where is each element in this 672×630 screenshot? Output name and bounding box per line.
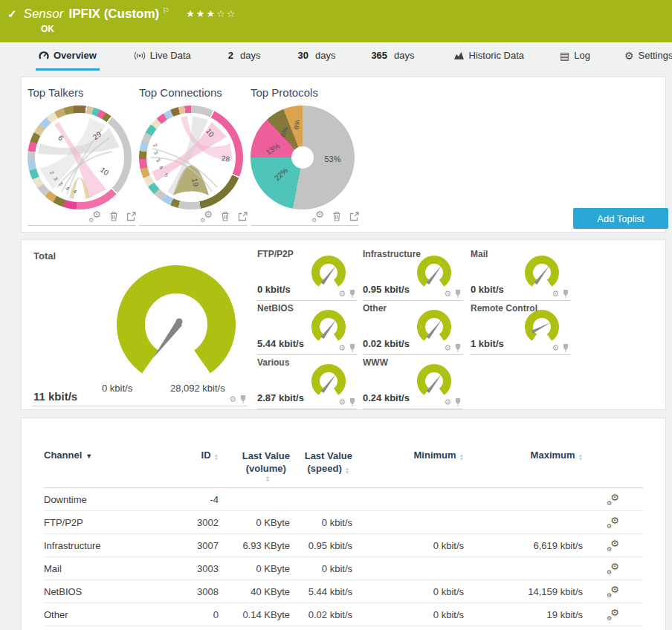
gauge-label: FTP/P2P	[257, 249, 294, 259]
cell-channel: Downtime	[44, 494, 174, 505]
tab-overview[interactable]: Overview	[36, 42, 100, 71]
cell-channel: Mail	[44, 563, 174, 574]
channel-settings-icon[interactable]: ⚙⚙	[607, 539, 619, 551]
gauge-pin-icon[interactable]	[563, 344, 569, 352]
open-toplist-icon[interactable]	[349, 212, 359, 221]
cell-channel: FTP/P2P	[44, 517, 174, 528]
gauge-value: 0 kbit/s	[471, 284, 504, 295]
total-gauge-block: Total 0 kbit/s 28,092 kbit/s 11 kbit/s ⚙	[32, 246, 248, 406]
cell-speed: 0.95 kbit/s	[290, 540, 352, 551]
channel-settings-icon[interactable]: ⚙⚙	[607, 493, 619, 505]
total-gauge	[109, 256, 243, 389]
tab-settings[interactable]: ⚙ Settings	[621, 42, 672, 71]
gauge-pin-icon[interactable]	[455, 290, 461, 298]
cell-id: 3003	[174, 563, 219, 574]
channel-gauge	[306, 305, 351, 345]
gauge-gear-icon[interactable]: ⚙	[338, 343, 346, 353]
delete-toplist-icon[interactable]	[221, 211, 230, 221]
open-toplist-icon[interactable]	[126, 212, 136, 221]
channel-settings-icon[interactable]: ⚙⚙	[607, 608, 619, 620]
table-row-netbios: NetBIOS 3008 40 KByte 5.44 kbit/s 0 kbit…	[44, 580, 643, 603]
gauge-pin-icon[interactable]	[349, 344, 355, 352]
gauge-gear-icon[interactable]: ⚙	[338, 397, 346, 407]
sort-icon[interactable]: ▲▼	[265, 475, 270, 482]
channel-settings-icon[interactable]: ⚙⚙	[607, 585, 619, 597]
gauge-pin-icon[interactable]	[349, 398, 355, 406]
column-header-id[interactable]: ID▲▼	[174, 449, 219, 487]
gauge-cell-ftp-p2p: FTP/P2P 0 kbit/s ⚙	[257, 249, 357, 301]
gauge-label: Other	[363, 303, 387, 314]
gauge-label: WWW	[363, 357, 388, 368]
gauge-gear-icon[interactable]: ⚙	[444, 289, 451, 299]
tab-label: Log	[574, 50, 590, 61]
pie-hole	[291, 146, 314, 169]
toplist-settings-icon[interactable]: ⚙⚙	[311, 210, 324, 222]
gauge-max-label: 28,092 kbit/s	[170, 383, 225, 394]
delete-toplist-icon[interactable]	[332, 211, 341, 221]
tab-live-data[interactable]: Live Data	[131, 42, 194, 71]
cell-volume: 40 KByte	[219, 586, 290, 597]
cell-channel: NetBIOS	[44, 586, 174, 597]
gauge-pin-icon[interactable]	[349, 290, 355, 298]
channel-settings-icon[interactable]: ⚙⚙	[607, 562, 619, 574]
gauge-pin-icon[interactable]	[563, 290, 569, 298]
toplist-top-connections: Top Connections 10 28 19 2 3 3 4	[139, 86, 248, 226]
cell-channel: Other	[44, 609, 174, 620]
top-protocols-pie-chart[interactable]: 53% 22% 13% 6% 6%	[251, 105, 355, 210]
gauge-cell-other: Other 0.02 kbit/s ⚙	[363, 303, 462, 355]
gauge-gear-icon[interactable]: ⚙	[444, 397, 451, 407]
gauge-label: Mail	[471, 249, 488, 259]
gauge-value: 11 kbit/s	[33, 390, 77, 403]
gauges-panel: Total 0 kbit/s 28,092 kbit/s 11 kbit/s ⚙…	[21, 239, 666, 410]
gauge-gear-icon[interactable]: ⚙	[338, 289, 346, 299]
channel-settings-icon[interactable]: ⚙⚙	[607, 516, 619, 528]
status-ok-icon: ✓	[7, 7, 17, 21]
tab-30-days[interactable]: 30 days	[294, 42, 338, 71]
cell-speed: 0 kbit/s	[290, 563, 352, 574]
column-header-channel[interactable]: Channel▼	[44, 449, 174, 487]
sort-icon[interactable]: ▲▼	[345, 467, 349, 474]
column-header-last-value-speed[interactable]: Last Value (speed)▲▼	[290, 449, 352, 487]
table-row-mail: Mail 3003 0 KByte 0 kbit/s ⚙⚙	[44, 557, 643, 580]
top-connections-chord-chart[interactable]: 10 28 19 2 3 3 4 5	[139, 105, 243, 210]
gauge-pin-icon[interactable]	[240, 395, 246, 403]
tab-bar: Overview Live Data 2 days 30 days 365 da…	[0, 42, 672, 71]
cell-volume: 0 KByte	[219, 563, 290, 574]
cell-id: 0	[174, 609, 219, 620]
gauge-gear-icon[interactable]: ⚙	[444, 343, 451, 353]
gauge-value: 1 kbit/s	[471, 338, 504, 349]
gauge-icon	[39, 51, 49, 61]
column-header-last-value-volume[interactable]: Last Value (volume) ▲▼	[219, 449, 290, 487]
open-toplist-icon[interactable]	[238, 212, 248, 221]
gauge-gear-icon[interactable]: ⚙	[229, 394, 236, 404]
cell-maximum: 14,159 kbit/s	[464, 586, 583, 597]
cell-maximum: 19 kbit/s	[464, 609, 583, 620]
gauge-gear-icon[interactable]: ⚙	[552, 289, 559, 299]
log-icon: ▤	[560, 50, 569, 62]
table-header-row: Channel▼ ID▲▼ Last Value (volume) ▲▼ Las…	[44, 418, 643, 488]
add-toplist-button[interactable]: Add Toplist	[573, 208, 668, 229]
toplist-settings-icon[interactable]: ⚙⚙	[88, 210, 101, 222]
tab-label: Overview	[54, 50, 97, 61]
gauge-pin-icon[interactable]	[455, 344, 461, 352]
tab-365-days[interactable]: 365 days	[368, 42, 417, 71]
top-talkers-chord-chart[interactable]: 6 29 10 2 3 3 4 4	[28, 105, 132, 210]
gauge-pin-icon[interactable]	[455, 398, 461, 406]
flag-icon[interactable]: ⚐	[162, 6, 169, 16]
sensor-title: IPFIX (Custom)	[68, 7, 159, 22]
tab-log[interactable]: ▤ Log	[557, 42, 593, 71]
cell-id: 3002	[174, 517, 219, 528]
gauge-gear-icon[interactable]: ⚙	[552, 343, 559, 353]
delete-toplist-icon[interactable]	[109, 211, 118, 221]
chord-label: 28	[221, 154, 230, 163]
cell-volume: 0.14 KByte	[219, 609, 290, 620]
gauge-cell-mail: Mail 0 kbit/s ⚙	[471, 249, 570, 301]
column-header-maximum[interactable]: Maximum▲▼	[464, 449, 583, 487]
gauge-cell-various: Various 2.87 kbit/s ⚙	[257, 357, 357, 409]
priority-stars[interactable]: ★★★☆☆	[186, 8, 236, 19]
tab-2-days[interactable]: 2 days	[225, 42, 264, 71]
column-header-minimum[interactable]: Minimum▲▼	[352, 449, 464, 487]
tab-label-number: 365	[371, 50, 387, 61]
tab-historic-data[interactable]: Historic Data	[450, 42, 527, 71]
toplist-settings-icon[interactable]: ⚙⚙	[200, 210, 213, 222]
